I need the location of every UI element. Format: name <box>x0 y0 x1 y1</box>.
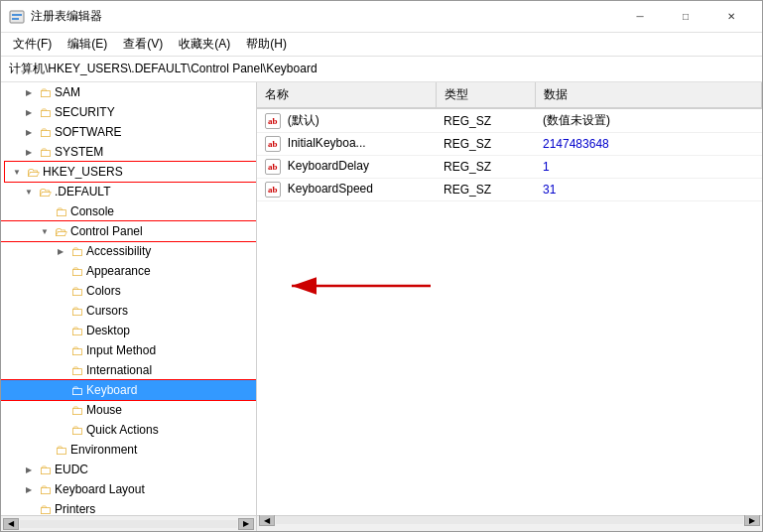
svg-rect-0 <box>10 11 24 23</box>
label-default: .DEFAULT <box>53 185 110 199</box>
row-data-default: (数值未设置) <box>535 108 762 133</box>
label-system: SYSTEM <box>53 145 103 159</box>
tree-node-desktop[interactable]: 🗀 Desktop <box>1 321 256 340</box>
tree-node-colors[interactable]: 🗀 Colors <box>1 281 256 301</box>
tree-node-cursors[interactable]: 🗀 Cursors <box>1 301 256 321</box>
folder-icon-environment: 🗀 <box>53 443 68 458</box>
tree-panel[interactable]: ▶ 🗀 SAM ▶ 🗀 SECURITY ▶ 🗀 SOFTWARE ▶ 🗀 SY… <box>1 82 257 515</box>
expander-security[interactable]: ▶ <box>21 108 37 117</box>
label-software: SOFTWARE <box>53 125 122 139</box>
menu-help[interactable]: 帮助(H) <box>238 34 295 55</box>
tree-node-sam[interactable]: ▶ 🗀 SAM <box>1 82 256 102</box>
label-cursors: Cursors <box>84 304 128 318</box>
tree-node-software[interactable]: ▶ 🗀 SOFTWARE <box>1 122 256 142</box>
expander-eudc[interactable]: ▶ <box>21 466 37 474</box>
table-row[interactable]: ab (默认) REG_SZ (数值未设置) <box>257 108 762 133</box>
tree-node-input-method[interactable]: 🗀 Input Method <box>1 340 256 360</box>
bottom-bar: ◀ ▶ ◀ ▶ <box>1 515 762 531</box>
close-button[interactable]: ✕ <box>708 1 754 33</box>
expander-accessibility[interactable]: ▶ <box>53 247 68 256</box>
folder-icon-mouse: 🗀 <box>68 403 84 418</box>
title-controls: ─ □ ✕ <box>617 1 754 33</box>
ab-icon-keyboardspeed: ab <box>265 182 281 198</box>
label-appearance: Appearance <box>84 264 151 278</box>
folder-icon-default: 🗁 <box>37 185 53 200</box>
tree-node-hkey-users[interactable]: ▼ 🗁 HKEY_USERS <box>5 162 256 182</box>
scroll-left-btn[interactable]: ◀ <box>3 518 19 530</box>
table-row[interactable]: ab KeyboardSpeed REG_SZ 31 <box>257 179 762 201</box>
row-name-keyboardspeed: ab KeyboardSpeed <box>257 179 436 201</box>
label-international: International <box>84 363 152 377</box>
col-header-type[interactable]: 类型 <box>436 82 535 108</box>
tree-node-environment[interactable]: 🗀 Environment <box>1 440 256 460</box>
tree-horizontal-scrollbar[interactable]: ◀ ▶ <box>1 516 257 531</box>
folder-icon-colors: 🗀 <box>68 284 84 299</box>
registry-editor-window: 注册表编辑器 ─ □ ✕ 文件(F) 编辑(E) 查看(V) 收藏夹(A) 帮助… <box>0 0 763 532</box>
label-console: Console <box>68 204 114 218</box>
tree-node-printers[interactable]: 🗀 Printers <box>1 499 256 515</box>
row-name-keyboarddelay: ab KeyboardDelay <box>257 156 436 179</box>
label-eudc: EUDC <box>53 463 88 476</box>
table-row[interactable]: ab InitialKeyboa... REG_SZ 2147483648 <box>257 133 762 156</box>
scroll-right-btn[interactable]: ▶ <box>238 518 254 530</box>
row-type-default: REG_SZ <box>436 108 535 133</box>
tree-node-accessibility[interactable]: ▶ 🗀 Accessibility <box>1 241 256 261</box>
expander-control-panel[interactable]: ▼ <box>37 227 53 236</box>
row-name-default: ab (默认) <box>257 108 436 133</box>
address-bar: 计算机\HKEY_USERS\.DEFAULT\Control Panel\Ke… <box>1 57 762 82</box>
row-data-keyboarddelay: 1 <box>535 156 762 179</box>
title-bar-left: 注册表编辑器 <box>9 8 102 25</box>
label-desktop: Desktop <box>84 324 130 337</box>
tree-node-international[interactable]: 🗀 International <box>1 360 256 380</box>
tree-node-default[interactable]: ▼ 🗁 .DEFAULT <box>1 182 256 201</box>
right-scroll-right-btn[interactable]: ▶ <box>744 514 760 526</box>
expander-software[interactable]: ▶ <box>21 128 37 137</box>
label-hkey-users: HKEY_USERS <box>41 165 123 179</box>
tree-node-quick-actions[interactable]: 🗀 Quick Actions <box>1 420 256 440</box>
maximize-button[interactable]: □ <box>663 1 708 33</box>
minimize-button[interactable]: ─ <box>617 1 663 33</box>
folder-icon-security: 🗀 <box>37 105 53 120</box>
folder-icon-control-panel: 🗁 <box>53 224 68 239</box>
tree-node-system[interactable]: ▶ 🗀 SYSTEM <box>1 142 256 162</box>
menu-edit[interactable]: 编辑(E) <box>60 34 115 55</box>
tree-node-appearance[interactable]: 🗀 Appearance <box>1 261 256 281</box>
ab-icon-keyboarddelay: ab <box>265 159 281 175</box>
menu-view[interactable]: 查看(V) <box>115 34 171 55</box>
tree-node-keyboard-layout[interactable]: ▶ 🗀 Keyboard Layout <box>1 479 256 499</box>
tree-node-control-panel[interactable]: ▼ 🗁 Control Panel <box>1 221 256 241</box>
expander-hkey-users[interactable]: ▼ <box>9 168 25 177</box>
folder-icon-cursors: 🗀 <box>68 304 84 319</box>
title-bar: 注册表编辑器 ─ □ ✕ <box>1 1 762 33</box>
right-scroll-left-btn[interactable]: ◀ <box>259 514 275 526</box>
row-name-initialkeyboard: ab InitialKeyboa... <box>257 133 436 156</box>
tree-node-keyboard[interactable]: 🗀 Keyboard <box>1 380 256 400</box>
app-icon <box>9 9 25 25</box>
menu-favorites[interactable]: 收藏夹(A) <box>171 34 238 55</box>
tree-node-eudc[interactable]: ▶ 🗀 EUDC <box>1 460 256 479</box>
folder-icon-quick-actions: 🗀 <box>68 423 84 438</box>
expander-system[interactable]: ▶ <box>21 148 37 157</box>
folder-icon-appearance: 🗀 <box>68 264 84 279</box>
svg-rect-1 <box>12 14 22 16</box>
label-keyboard-layout: Keyboard Layout <box>53 482 145 496</box>
label-quick-actions: Quick Actions <box>84 423 159 437</box>
col-header-name[interactable]: 名称 <box>257 82 436 108</box>
label-control-panel: Control Panel <box>68 224 143 238</box>
right-panel[interactable]: 名称 类型 数据 ab (默认) REG_SZ (数值未设置) <box>257 82 762 515</box>
tree-node-mouse[interactable]: 🗀 Mouse <box>1 400 256 420</box>
folder-icon-printers: 🗀 <box>37 502 53 516</box>
col-header-data[interactable]: 数据 <box>535 82 762 108</box>
expander-keyboard-layout[interactable]: ▶ <box>21 485 37 494</box>
table-row[interactable]: ab KeyboardDelay REG_SZ 1 <box>257 156 762 179</box>
row-data-initialkeyboard: 2147483648 <box>535 133 762 156</box>
tree-node-security[interactable]: ▶ 🗀 SECURITY <box>1 102 256 122</box>
expander-default[interactable]: ▼ <box>21 188 37 197</box>
label-keyboard: Keyboard <box>84 383 137 397</box>
expander-sam[interactable]: ▶ <box>21 88 37 97</box>
menu-file[interactable]: 文件(F) <box>5 34 60 55</box>
right-horizontal-scrollbar[interactable]: ◀ ▶ <box>257 516 762 531</box>
arrow-annotation <box>277 271 436 304</box>
tree-node-console[interactable]: 🗀 Console <box>1 201 256 221</box>
label-accessibility: Accessibility <box>84 244 151 258</box>
